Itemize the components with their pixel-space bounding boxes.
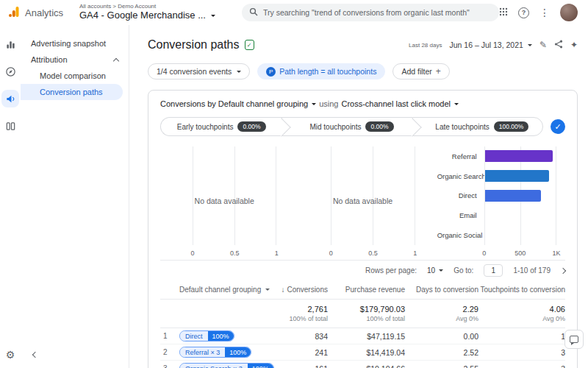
y-axis-labels: Referral Organic Search Direct Email Org… [437, 146, 481, 245]
page-header: Conversion paths Last 28 days Jun 16 – J… [148, 35, 578, 54]
share-icon[interactable] [554, 40, 563, 50]
brand: Analytics [7, 5, 72, 20]
chevron-left-icon [32, 352, 38, 358]
sidebar: Advertising snapshot Attribution Model c… [21, 25, 129, 368]
model-selector[interactable]: Cross-channel last click model [341, 99, 459, 108]
date-preset-label: Last 28 days [409, 42, 442, 49]
path-length-filter-chip[interactable]: P Path length = all touchpoints [257, 63, 385, 79]
path-filter-badge: P [266, 67, 276, 77]
paths-table: Default channel grouping Conversions Pur… [160, 280, 565, 368]
table-row[interactable]: 1 Direct100% 834 $47,119.15 0.00 1 [160, 328, 565, 344]
conversion-events-chip[interactable]: 1/4 conversion events [148, 63, 250, 79]
card-title: Conversions by Default channel grouping … [160, 99, 565, 108]
chevron-down-icon [312, 103, 316, 105]
touchpoint-funnel: Early touchpoints 0.00% Mid touchpoints … [160, 117, 565, 136]
chevron-up-icon [113, 57, 119, 63]
date-range-picker[interactable]: Jun 16 – Jul 13, 2021 [449, 40, 531, 49]
pagination-range: 1-10 of 179 [513, 266, 551, 275]
library-icon[interactable] [1, 117, 19, 135]
account-switcher[interactable]: All accounts > Demo Account GA4 - Google… [79, 4, 215, 21]
charts-row: No data available 0 0.5 1 No data availa… [160, 146, 565, 257]
table-row[interactable]: 2 Referral × 3100% 241 $14,419.04 2.52 3 [160, 344, 565, 361]
chevron-down-icon [265, 289, 270, 291]
bar-direct[interactable] [485, 190, 541, 202]
no-data-message: No data available [160, 197, 288, 205]
chat-bubble-icon [570, 336, 578, 343]
late-touchpoints-chart: Referral Organic Search Direct Email Org… [437, 146, 565, 257]
advertising-icon[interactable] [1, 90, 19, 107]
rows-per-page-label: Rows per page: [365, 266, 417, 275]
brand-name: Analytics [25, 7, 63, 18]
chevron-down-icon [528, 44, 532, 46]
feedback-button[interactable] [564, 330, 584, 349]
customize-report-icon[interactable] [539, 40, 547, 50]
column-header-revenue[interactable]: Purchase revenue [328, 286, 405, 294]
no-data-message: No data available [298, 197, 426, 205]
x-axis: 0 0.5 1 [331, 248, 415, 257]
card-title-join: using [319, 99, 338, 108]
late-touchpoints-segment[interactable]: Late touchpoints 100.00% [412, 117, 543, 136]
percentage-badge: 0.00% [365, 121, 393, 132]
page-title: Conversion paths [148, 38, 240, 52]
search-icon [249, 7, 258, 18]
x-axis: 0 0.5 1 [193, 248, 276, 257]
early-touchpoints-segment[interactable]: Early touchpoints 0.00% [160, 117, 282, 136]
dimension-selector[interactable]: Conversions by Default channel grouping [160, 99, 316, 108]
main-content: Conversion paths Last 28 days Jun 16 – J… [130, 25, 588, 368]
search-input[interactable] [263, 8, 492, 17]
table-pagination: Rows per page: 10 Go to: 1-10 of 179 [160, 260, 565, 280]
reports-icon[interactable] [1, 35, 19, 53]
column-header-days[interactable]: Days to conversion [405, 286, 478, 294]
rows-per-page-select[interactable]: 10 [427, 266, 443, 275]
column-header-channel[interactable]: Default channel grouping [179, 286, 276, 294]
plus-icon [436, 66, 441, 77]
table-header-row: Default channel grouping Conversions Pur… [160, 280, 565, 300]
path-badge[interactable]: Referral × 3100% [179, 347, 251, 358]
sidebar-item-advertising-snapshot[interactable]: Advertising snapshot [21, 35, 129, 52]
table-row[interactable]: 3 Organic Search × 3100% 161 $10,104.66 … [160, 361, 565, 368]
goto-page-input[interactable] [484, 264, 503, 277]
sidebar-item-model-comparison[interactable]: Model comparison [21, 68, 123, 84]
conversion-paths-card: Conversions by Default channel grouping … [148, 90, 578, 368]
x-axis: 0 500 1K [484, 248, 556, 257]
explore-icon[interactable] [1, 63, 19, 80]
goto-label: Go to: [453, 266, 473, 275]
column-header-conversions[interactable]: Conversions [276, 286, 328, 294]
insights-icon[interactable] [570, 40, 578, 50]
topbar-actions: ? [499, 4, 581, 21]
chevron-down-icon [211, 15, 215, 17]
report-status-icon [245, 40, 254, 50]
chevron-down-icon [237, 71, 241, 73]
help-icon[interactable]: ? [518, 7, 529, 18]
mid-touchpoints-chart: No data available 0 0.5 1 [298, 146, 426, 257]
sidebar-item-conversion-paths[interactable]: Conversion paths [21, 84, 123, 100]
avatar[interactable] [560, 4, 578, 21]
collapse-sidebar-button[interactable] [29, 349, 41, 361]
more-options-icon[interactable] [539, 7, 550, 18]
mid-touchpoints-segment[interactable]: Mid touchpoints 0.00% [282, 117, 412, 136]
analytics-logo-icon[interactable] [7, 5, 21, 20]
next-page-icon[interactable] [560, 267, 566, 273]
icon-rail [0, 25, 21, 368]
sidebar-section-attribution[interactable]: Attribution [21, 52, 129, 68]
percentage-badge: 100.00% [494, 121, 529, 132]
topbar: Analytics All accounts > Demo Account GA… [0, 0, 588, 25]
bar-referral[interactable] [485, 150, 553, 162]
search-bar[interactable] [242, 4, 499, 21]
path-badge[interactable]: Organic Search × 3100% [179, 363, 274, 368]
chevron-down-icon [454, 103, 459, 105]
table-summary-row: 2,761100% of total $179,790.03100% of to… [160, 300, 565, 328]
percentage-badge: 0.00% [237, 121, 265, 132]
selected-check-icon[interactable] [551, 119, 565, 134]
apps-grid-icon[interactable] [499, 7, 508, 18]
early-touchpoints-chart: No data available 0 0.5 1 [160, 146, 288, 257]
filter-bar: 1/4 conversion events P Path length = al… [148, 63, 578, 79]
chevron-down-icon [439, 269, 443, 272]
column-header-touchpoints[interactable]: Touchpoints to conversion [478, 286, 565, 294]
account-title[interactable]: GA4 - Google Merchandise ... [79, 10, 206, 21]
path-badge[interactable]: Direct100% [179, 330, 234, 342]
admin-settings[interactable] [0, 349, 21, 361]
bar-organic-search[interactable] [485, 170, 550, 182]
gear-icon [6, 349, 15, 361]
add-filter-chip[interactable]: Add filter [392, 63, 449, 79]
